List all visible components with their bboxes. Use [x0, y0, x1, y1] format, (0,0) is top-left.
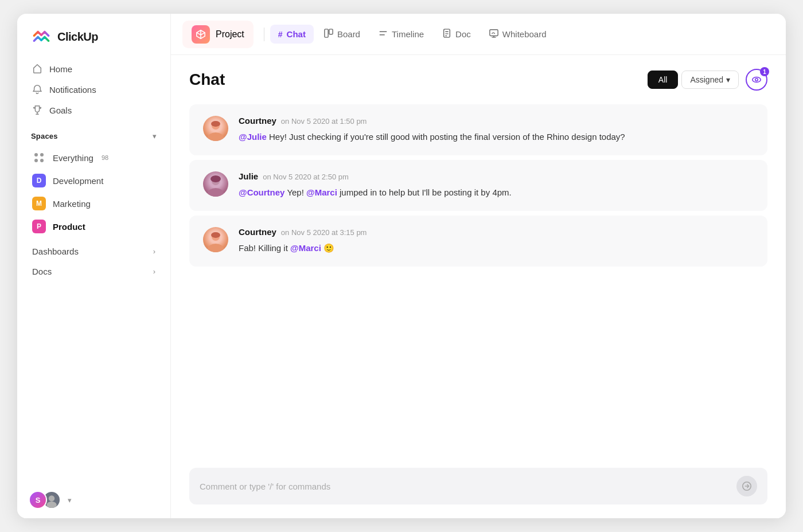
everything-badge: 98 [102, 154, 108, 161]
message-meta-3: Courtney on Nov 5 2020 at 3:15 pm [239, 227, 754, 237]
chat-area: Chat All Assigned ▾ 1 [171, 55, 786, 518]
bottom-chevron-icon: ▾ [68, 496, 72, 504]
board-icon [324, 29, 333, 38]
chat-title: Chat [189, 71, 648, 89]
sidebar-nav: Home Notifications Goals [17, 56, 170, 123]
svg-point-18 [211, 121, 220, 127]
sidebar-item-notifications-label: Notifications [49, 85, 96, 95]
svg-point-22 [211, 175, 221, 182]
timeline-icon [379, 29, 388, 38]
nav-divider [264, 28, 264, 41]
comment-input[interactable]: Comment or type '/' for commands [200, 482, 730, 491]
tab-doc-label: Doc [455, 29, 471, 39]
courtney-avatar-art [203, 116, 228, 141]
sidebar-bottom-users[interactable]: S ▾ [17, 482, 170, 518]
julie-avatar-art [203, 171, 228, 197]
mention-marci-2: @Marci [290, 243, 321, 253]
tab-whiteboard[interactable]: Whiteboard [481, 24, 555, 44]
project-label: Project [216, 29, 244, 40]
bell-icon [32, 84, 42, 95]
sidebar-item-dashboards[interactable]: Dashboards › [17, 241, 170, 261]
home-icon [32, 64, 42, 74]
board-tab-icon [324, 29, 333, 40]
spaces-list: Everything 98 D Development M Marketing … [17, 143, 170, 241]
sidebar-item-marketing[interactable]: M Marketing [24, 192, 163, 215]
chat-header: Chat All Assigned ▾ 1 [171, 55, 786, 100]
everything-icon [32, 151, 46, 165]
message-author-2: Julie [239, 171, 258, 181]
logo[interactable]: ClickUp [17, 14, 170, 56]
view-count-button[interactable]: 1 [746, 69, 767, 91]
chat-tab-icon: # [278, 30, 283, 39]
sidebar-item-goals-label: Goals [49, 105, 72, 115]
message-time-3: on Nov 5 2020 at 3:15 pm [281, 228, 367, 237]
tab-timeline-label: Timeline [392, 29, 424, 39]
sidebar-item-everything[interactable]: Everything 98 [24, 146, 163, 169]
filter-assigned-label: Assigned [690, 75, 723, 84]
comment-send-button[interactable] [736, 476, 757, 496]
docs-chevron-icon: › [153, 267, 155, 276]
docs-label: Docs [32, 267, 52, 276]
sidebar-item-notifications[interactable]: Notifications [24, 79, 163, 100]
project-tab[interactable]: Project [182, 21, 254, 48]
avatar-julie [203, 171, 228, 197]
mention-marci-1: @Marci [306, 187, 337, 197]
trophy-icon [32, 105, 42, 115]
svg-point-24 [208, 244, 224, 252]
sidebar-item-development[interactable]: D Development [24, 169, 163, 192]
message-time-1: on Nov 5 2020 at 1:50 pm [281, 117, 367, 126]
send-icon [742, 481, 752, 491]
spaces-section: Spaces ▾ [17, 123, 170, 143]
svg-point-1 [46, 502, 57, 508]
tab-timeline[interactable]: Timeline [371, 24, 432, 44]
comment-input-wrap[interactable]: Comment or type '/' for commands [189, 468, 767, 504]
messages-list: Courtney on Nov 5 2020 at 1:50 pm @Julie… [171, 100, 786, 459]
mention-courtney: @Courtney [239, 187, 284, 197]
message-body-2: Julie on Nov 5 2020 at 2:50 pm @Courtney… [239, 171, 754, 200]
tab-board[interactable]: Board [316, 24, 368, 44]
sidebar-item-goals[interactable]: Goals [24, 100, 163, 120]
dots-grid-icon [34, 153, 44, 162]
view-count-badge: 1 [760, 67, 769, 76]
message-content-1: Hey! Just checking if you're still good … [269, 132, 625, 142]
logo-text: ClickUp [57, 30, 98, 44]
spaces-title: Spaces [31, 132, 58, 140]
comment-bar: Comment or type '/' for commands [171, 459, 786, 518]
tab-chat[interactable]: # Chat [270, 25, 314, 44]
sidebar-item-product[interactable]: P Product [24, 215, 163, 238]
svg-point-13 [753, 77, 761, 83]
table-row: Julie on Nov 5 2020 at 2:50 pm @Courtney… [189, 160, 767, 211]
message-text-2: @Courtney Yep! @Marci jumped in to help … [239, 186, 754, 200]
message-meta-2: Julie on Nov 5 2020 at 2:50 pm [239, 171, 754, 181]
filter-all-button[interactable]: All [648, 71, 679, 89]
sidebar-item-docs[interactable]: Docs › [17, 261, 170, 281]
eye-icon [751, 75, 762, 85]
message-text-3: Fab! Killing it @Marci 🙂 [239, 241, 754, 255]
svg-point-20 [208, 188, 224, 197]
svg-point-16 [208, 132, 224, 141]
sidebar-item-home[interactable]: Home [24, 58, 163, 79]
message-meta-1: Courtney on Nov 5 2020 at 1:50 pm [239, 116, 754, 126]
table-row: Courtney on Nov 5 2020 at 3:15 pm Fab! K… [189, 216, 767, 267]
spaces-header[interactable]: Spaces ▾ [31, 132, 157, 140]
svg-rect-3 [329, 29, 333, 34]
tab-chat-label: Chat [287, 29, 306, 39]
svg-point-14 [755, 79, 758, 81]
sidebar: ClickUp Home Notifications [17, 14, 171, 518]
product-badge-icon: P [32, 220, 46, 233]
message-content-3a: Fab! Killing it [239, 243, 290, 253]
filter-assigned-dropdown[interactable]: Assigned ▾ [681, 71, 739, 89]
message-body-3: Courtney on Nov 5 2020 at 3:15 pm Fab! K… [239, 227, 754, 255]
whiteboard-tab-icon [489, 29, 498, 40]
clickup-logo-icon [31, 26, 52, 47]
project-icon [192, 25, 210, 44]
svg-point-26 [211, 232, 220, 238]
dashboards-chevron-icon: › [153, 247, 155, 256]
svg-point-0 [49, 495, 55, 502]
app-window: ClickUp Home Notifications [17, 14, 786, 518]
avatar-group: S [29, 491, 61, 509]
message-content-2a: Yep! [287, 187, 306, 197]
avatar-s: S [29, 491, 47, 509]
tab-doc[interactable]: Doc [434, 24, 479, 44]
box-icon [196, 29, 206, 40]
